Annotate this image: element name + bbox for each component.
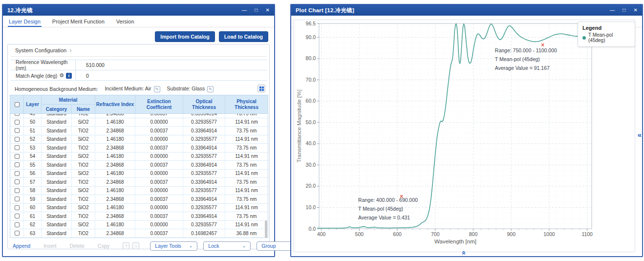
cell-category: Standard (42, 178, 72, 186)
cell-refractive-index: 2.34868 (95, 178, 135, 186)
x-tick-label: 800 (469, 231, 478, 237)
cell-physical-thickness: 73.75 nm (225, 212, 268, 220)
row-checkbox[interactable] (10, 152, 24, 161)
plot-chart-window: Plot Chart [12.冷光镜] — □ ✕ Diagram Table … (290, 4, 643, 257)
move-up-button[interactable]: ↑ (123, 242, 129, 249)
table-row: 54StandardSiO21.461800.000000.3293557711… (10, 152, 268, 161)
row-checkbox[interactable] (10, 178, 24, 186)
row-checkbox[interactable] (10, 135, 24, 144)
checkbox-icon (15, 137, 20, 142)
cell-layer: 56 (24, 170, 42, 178)
cell-layer: 51 (24, 127, 42, 135)
table-scrollbar-thumb[interactable] (265, 220, 267, 238)
collapse-panel-up-icon[interactable]: « (461, 251, 468, 255)
series-dot-icon (582, 36, 586, 40)
row-checkbox[interactable] (10, 212, 24, 220)
cell-physical-thickness: 114.91 nm (225, 118, 268, 127)
row-checkbox[interactable] (10, 170, 24, 178)
row-checkbox[interactable] (10, 144, 24, 152)
down-arrow-icon: ↓ (135, 244, 137, 248)
table-row: 53StandardTiO22.348680.000370.3396491473… (10, 144, 268, 152)
close-icon[interactable]: ✕ (265, 8, 270, 13)
cell-category: Standard (42, 118, 72, 127)
cell-category: Standard (42, 204, 72, 212)
cell-name: TiO2 (72, 195, 95, 203)
minimize-icon[interactable]: — (242, 8, 247, 13)
y-tick-label: 10.0 (306, 204, 316, 210)
tab-layer-design[interactable]: Layer Design (9, 16, 41, 27)
import-from-catalog-button[interactable]: Import from Catalog (155, 31, 215, 42)
row-checkbox[interactable] (10, 118, 24, 127)
row-checkbox[interactable] (10, 195, 24, 203)
legend-entry: T Mean-pol (45deg) (582, 32, 630, 43)
cell-layer: 62 (24, 221, 42, 229)
row-checkbox[interactable] (10, 161, 24, 169)
cell-category: Standard (42, 127, 72, 135)
copy-button[interactable]: Copy (98, 243, 110, 249)
cell-layer: 54 (24, 152, 42, 161)
row-checkbox[interactable] (10, 127, 24, 135)
select-all-checkbox[interactable] (10, 95, 24, 113)
row-checkbox[interactable] (10, 114, 24, 118)
cell-extinction-coefficient: 0.00037 (135, 212, 183, 220)
legend-entry-label: T Mean-pol (45deg) (588, 32, 630, 43)
cell-category: Standard (42, 161, 72, 169)
annotation-text: Range: 750.000 - 1100.000 (495, 47, 557, 53)
cell-layer: 63 (24, 229, 42, 238)
row-checkbox[interactable] (10, 204, 24, 212)
delete-button[interactable]: Delete (69, 243, 84, 249)
cell-name: SiO2 (72, 221, 95, 229)
background-medium-row: Homogeneous Background Medium: Incident … (15, 86, 214, 92)
collapse-panel-left-icon[interactable]: « (638, 131, 642, 138)
row-checkbox[interactable] (10, 221, 24, 229)
cell-physical-thickness: 114.91 nm (225, 170, 268, 178)
cell-extinction-coefficient: 0.00037 (135, 229, 183, 238)
tab-project-merit-function[interactable]: Project Merit Function (52, 16, 105, 27)
table-settings-icon[interactable] (258, 85, 265, 92)
cell-refractive-index: 2.34868 (95, 212, 135, 220)
append-button[interactable]: Append (13, 243, 30, 249)
edit-substrate-icon[interactable]: ✎ (207, 86, 214, 92)
chevron-down-icon: ⌄ (242, 243, 246, 248)
cell-name: SiO2 (72, 170, 95, 178)
cell-name: TiO2 (72, 144, 95, 152)
cell-extinction-coefficient: 0.00037 (135, 144, 183, 152)
cell-name: TiO2 (72, 114, 95, 118)
cell-physical-thickness: 73.75 nm (225, 144, 268, 152)
move-down-button[interactable]: ↓ (132, 242, 139, 249)
insert-button[interactable]: Insert (43, 243, 56, 249)
gear-icon[interactable]: ⚙ (59, 73, 64, 78)
cell-name: TiO2 (72, 161, 95, 169)
system-configuration-header[interactable]: System Configuration › (11, 44, 266, 57)
reference-wavelength-value[interactable]: 510.000 (75, 62, 105, 68)
x-axis-title: Wavelength [nm] (434, 239, 476, 244)
cell-layer: 49 (24, 114, 42, 118)
cell-extinction-coefficient: 0.00000 (135, 170, 183, 178)
lock-dropdown[interactable]: Lock ⌄ (203, 241, 251, 251)
y-tick-label: 80.0 (306, 55, 316, 61)
row-checkbox[interactable] (10, 229, 24, 238)
layer-tools-dropdown[interactable]: Layer Tools ⌄ (150, 241, 197, 251)
left-titlebar[interactable]: 12.冷光镜 — □ ✕ (3, 5, 274, 16)
cell-refractive-index: 1.46180 (95, 135, 135, 144)
tab-version[interactable]: Version (116, 16, 134, 27)
maximize-icon[interactable]: □ (255, 8, 258, 13)
info-icon[interactable]: i (66, 73, 72, 79)
load-to-catalog-button[interactable]: Load to Catalog (219, 31, 268, 42)
substrate-value: Substrate: Glass✎ (167, 86, 214, 92)
cell-extinction-coefficient: 0.00000 (135, 152, 183, 161)
col-material: Material (42, 95, 95, 105)
checkbox-icon (15, 214, 20, 218)
cell-refractive-index: 1.46180 (95, 118, 135, 127)
cell-extinction-coefficient: 0.00000 (135, 118, 183, 127)
catalog-button-row: Import from Catalog Load to Catalog (155, 31, 268, 42)
match-angle-value[interactable]: 0 (75, 73, 89, 79)
cell-optical-thickness: 0.33964914 (183, 144, 225, 152)
cell-optical-thickness: 0.33964914 (183, 161, 225, 169)
cell-extinction-coefficient: 0.00000 (135, 221, 183, 229)
cell-name: SiO2 (72, 152, 95, 161)
row-checkbox[interactable] (10, 187, 24, 195)
table-row: 63StandardTiO22.348680.000370.1698245736… (10, 229, 268, 238)
cell-category: Standard (42, 114, 72, 118)
edit-incident-icon[interactable]: ✎ (154, 86, 160, 92)
